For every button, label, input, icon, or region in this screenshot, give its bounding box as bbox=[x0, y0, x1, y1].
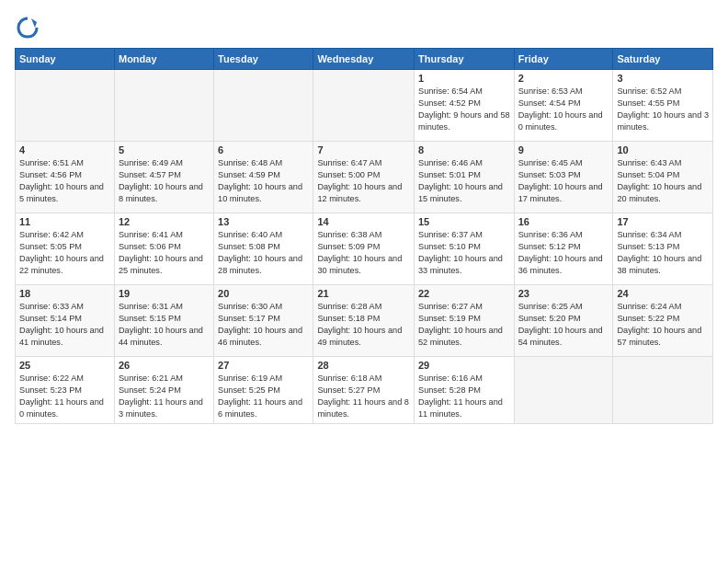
day-cell bbox=[313, 70, 415, 142]
day-info: Sunrise: 6:54 AM Sunset: 4:52 PM Dayligh… bbox=[418, 86, 510, 133]
day-info: Sunrise: 6:40 AM Sunset: 5:08 PM Dayligh… bbox=[218, 229, 309, 277]
day-info: Sunrise: 6:47 AM Sunset: 5:00 PM Dayligh… bbox=[317, 157, 410, 205]
day-cell: 13Sunrise: 6:40 AM Sunset: 5:08 PM Dayli… bbox=[214, 213, 313, 285]
logo-icon bbox=[15, 15, 40, 40]
header-cell-sunday: Sunday bbox=[16, 49, 115, 70]
day-number: 28 bbox=[317, 360, 410, 371]
day-number: 23 bbox=[518, 288, 609, 299]
day-number: 2 bbox=[518, 73, 609, 84]
day-cell: 24Sunrise: 6:24 AM Sunset: 5:22 PM Dayli… bbox=[613, 285, 713, 357]
day-cell: 9Sunrise: 6:45 AM Sunset: 5:03 PM Daylig… bbox=[514, 142, 613, 213]
header-cell-thursday: Thursday bbox=[415, 49, 515, 70]
day-info: Sunrise: 6:51 AM Sunset: 4:56 PM Dayligh… bbox=[19, 157, 110, 205]
week-row-4: 18Sunrise: 6:33 AM Sunset: 5:14 PM Dayli… bbox=[16, 285, 713, 357]
day-number: 22 bbox=[418, 288, 510, 299]
week-row-1: 1Sunrise: 6:54 AM Sunset: 4:52 PM Daylig… bbox=[16, 70, 713, 142]
day-number: 9 bbox=[518, 144, 609, 155]
day-cell: 29Sunrise: 6:16 AM Sunset: 5:28 PM Dayli… bbox=[415, 357, 515, 424]
day-info: Sunrise: 6:21 AM Sunset: 5:24 PM Dayligh… bbox=[119, 373, 210, 420]
day-cell: 8Sunrise: 6:46 AM Sunset: 5:01 PM Daylig… bbox=[415, 142, 515, 213]
day-number: 29 bbox=[418, 360, 510, 371]
day-number: 12 bbox=[119, 216, 210, 227]
day-cell: 15Sunrise: 6:37 AM Sunset: 5:10 PM Dayli… bbox=[415, 213, 515, 285]
day-info: Sunrise: 6:46 AM Sunset: 5:01 PM Dayligh… bbox=[418, 157, 510, 205]
day-number: 15 bbox=[418, 216, 510, 227]
day-cell: 10Sunrise: 6:43 AM Sunset: 5:04 PM Dayli… bbox=[613, 142, 713, 213]
day-cell: 11Sunrise: 6:42 AM Sunset: 5:05 PM Dayli… bbox=[16, 213, 115, 285]
day-info: Sunrise: 6:34 AM Sunset: 5:13 PM Dayligh… bbox=[617, 229, 709, 277]
day-info: Sunrise: 6:18 AM Sunset: 5:27 PM Dayligh… bbox=[317, 373, 410, 420]
day-info: Sunrise: 6:24 AM Sunset: 5:22 PM Dayligh… bbox=[617, 301, 709, 349]
header-section bbox=[15, 11, 713, 40]
day-number: 26 bbox=[119, 360, 210, 371]
calendar-header: SundayMondayTuesdayWednesdayThursdayFrid… bbox=[16, 49, 713, 70]
day-info: Sunrise: 6:49 AM Sunset: 4:57 PM Dayligh… bbox=[119, 157, 210, 205]
day-cell: 28Sunrise: 6:18 AM Sunset: 5:27 PM Dayli… bbox=[313, 357, 415, 424]
day-number: 18 bbox=[19, 288, 110, 299]
day-number: 20 bbox=[218, 288, 309, 299]
header-cell-friday: Friday bbox=[514, 49, 613, 70]
day-cell: 26Sunrise: 6:21 AM Sunset: 5:24 PM Dayli… bbox=[114, 357, 213, 424]
day-cell: 5Sunrise: 6:49 AM Sunset: 4:57 PM Daylig… bbox=[114, 142, 213, 213]
day-cell: 2Sunrise: 6:53 AM Sunset: 4:54 PM Daylig… bbox=[514, 70, 613, 142]
day-info: Sunrise: 6:27 AM Sunset: 5:19 PM Dayligh… bbox=[418, 301, 510, 349]
week-row-3: 11Sunrise: 6:42 AM Sunset: 5:05 PM Dayli… bbox=[16, 213, 713, 285]
day-info: Sunrise: 6:31 AM Sunset: 5:15 PM Dayligh… bbox=[119, 301, 210, 349]
day-number: 4 bbox=[19, 144, 110, 155]
header-row: SundayMondayTuesdayWednesdayThursdayFrid… bbox=[16, 49, 713, 70]
day-number: 3 bbox=[617, 73, 709, 84]
header-cell-wednesday: Wednesday bbox=[313, 49, 415, 70]
day-number: 19 bbox=[119, 288, 210, 299]
day-number: 6 bbox=[218, 144, 309, 155]
day-cell: 16Sunrise: 6:36 AM Sunset: 5:12 PM Dayli… bbox=[514, 213, 613, 285]
day-number: 16 bbox=[518, 216, 609, 227]
day-number: 10 bbox=[617, 144, 709, 155]
day-cell: 12Sunrise: 6:41 AM Sunset: 5:06 PM Dayli… bbox=[114, 213, 213, 285]
day-info: Sunrise: 6:43 AM Sunset: 5:04 PM Dayligh… bbox=[617, 157, 709, 205]
day-cell bbox=[16, 70, 115, 142]
day-number: 5 bbox=[119, 144, 210, 155]
day-info: Sunrise: 6:19 AM Sunset: 5:25 PM Dayligh… bbox=[218, 373, 309, 420]
week-row-5: 25Sunrise: 6:22 AM Sunset: 5:23 PM Dayli… bbox=[16, 357, 713, 424]
day-info: Sunrise: 6:38 AM Sunset: 5:09 PM Dayligh… bbox=[317, 229, 410, 277]
day-number: 17 bbox=[617, 216, 709, 227]
day-info: Sunrise: 6:33 AM Sunset: 5:14 PM Dayligh… bbox=[19, 301, 110, 349]
page-container: SundayMondayTuesdayWednesdayThursdayFrid… bbox=[0, 0, 728, 431]
day-cell: 18Sunrise: 6:33 AM Sunset: 5:14 PM Dayli… bbox=[16, 285, 115, 357]
day-info: Sunrise: 6:22 AM Sunset: 5:23 PM Dayligh… bbox=[19, 373, 110, 420]
calendar-body: 1Sunrise: 6:54 AM Sunset: 4:52 PM Daylig… bbox=[16, 70, 713, 424]
day-number: 11 bbox=[19, 216, 110, 227]
day-number: 8 bbox=[418, 144, 510, 155]
logo bbox=[15, 15, 44, 40]
day-number: 25 bbox=[19, 360, 110, 371]
day-cell: 6Sunrise: 6:48 AM Sunset: 4:59 PM Daylig… bbox=[214, 142, 313, 213]
header-cell-tuesday: Tuesday bbox=[214, 49, 313, 70]
day-info: Sunrise: 6:42 AM Sunset: 5:05 PM Dayligh… bbox=[19, 229, 110, 277]
header-cell-saturday: Saturday bbox=[613, 49, 713, 70]
day-cell: 20Sunrise: 6:30 AM Sunset: 5:17 PM Dayli… bbox=[214, 285, 313, 357]
day-info: Sunrise: 6:30 AM Sunset: 5:17 PM Dayligh… bbox=[218, 301, 309, 349]
day-cell: 14Sunrise: 6:38 AM Sunset: 5:09 PM Dayli… bbox=[313, 213, 415, 285]
header-cell-monday: Monday bbox=[114, 49, 213, 70]
day-cell: 21Sunrise: 6:28 AM Sunset: 5:18 PM Dayli… bbox=[313, 285, 415, 357]
day-cell bbox=[514, 357, 613, 424]
day-number: 1 bbox=[418, 73, 510, 84]
calendar-table: SundayMondayTuesdayWednesdayThursdayFrid… bbox=[15, 48, 713, 424]
day-cell: 25Sunrise: 6:22 AM Sunset: 5:23 PM Dayli… bbox=[16, 357, 115, 424]
day-info: Sunrise: 6:37 AM Sunset: 5:10 PM Dayligh… bbox=[418, 229, 510, 277]
day-cell: 4Sunrise: 6:51 AM Sunset: 4:56 PM Daylig… bbox=[16, 142, 115, 213]
day-cell: 27Sunrise: 6:19 AM Sunset: 5:25 PM Dayli… bbox=[214, 357, 313, 424]
day-cell bbox=[114, 70, 213, 142]
day-info: Sunrise: 6:28 AM Sunset: 5:18 PM Dayligh… bbox=[317, 301, 410, 349]
day-cell: 23Sunrise: 6:25 AM Sunset: 5:20 PM Dayli… bbox=[514, 285, 613, 357]
day-info: Sunrise: 6:36 AM Sunset: 5:12 PM Dayligh… bbox=[518, 229, 609, 277]
day-cell: 17Sunrise: 6:34 AM Sunset: 5:13 PM Dayli… bbox=[613, 213, 713, 285]
day-number: 7 bbox=[317, 144, 410, 155]
day-number: 24 bbox=[617, 288, 709, 299]
day-number: 13 bbox=[218, 216, 309, 227]
day-info: Sunrise: 6:53 AM Sunset: 4:54 PM Dayligh… bbox=[518, 86, 609, 133]
day-number: 27 bbox=[218, 360, 309, 371]
week-row-2: 4Sunrise: 6:51 AM Sunset: 4:56 PM Daylig… bbox=[16, 142, 713, 213]
day-info: Sunrise: 6:16 AM Sunset: 5:28 PM Dayligh… bbox=[418, 373, 510, 420]
day-cell bbox=[613, 357, 713, 424]
